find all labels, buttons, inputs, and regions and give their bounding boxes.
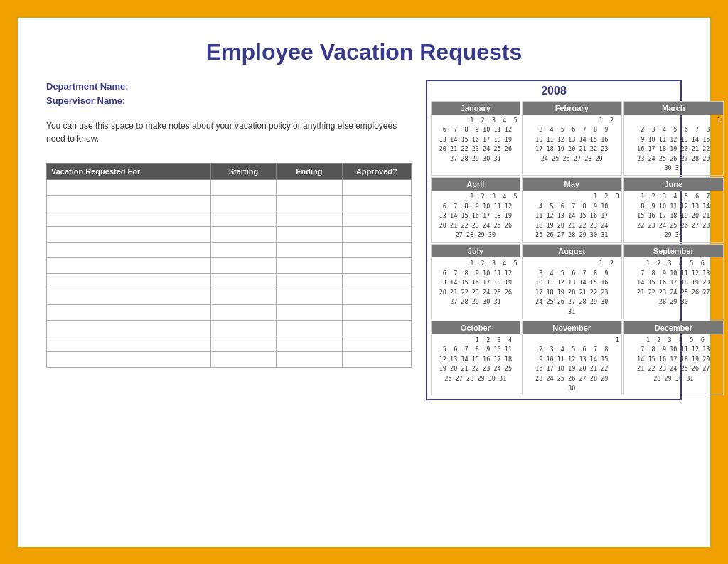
calendar-grid: January 1 2 3 4 5 6 7 8 9 10 11 1213 14 … bbox=[431, 101, 677, 396]
content-area: Department Name: Supervisor Name: You ca… bbox=[46, 80, 682, 401]
month-header: November bbox=[523, 321, 621, 334]
day-row: 1 2 3 4 5 6 bbox=[626, 259, 721, 269]
day-row: 16 17 18 19 20 21 22 bbox=[626, 144, 721, 154]
day-row: 1 2 bbox=[525, 259, 619, 269]
day-row: 6 7 8 9 10 11 12 bbox=[434, 202, 518, 212]
month-block: April 1 2 3 4 5 6 7 8 9 10 11 1213 14 15… bbox=[431, 177, 520, 243]
day-row: 11 12 13 14 15 16 17 bbox=[525, 211, 619, 221]
day-row: 1 2 3 bbox=[525, 192, 619, 202]
day-row: 30 31 bbox=[626, 164, 721, 174]
page-title: Employee Vacation Requests bbox=[46, 39, 682, 65]
month-block: October 1 2 3 4 5 6 7 8 9 10 1112 13 14 … bbox=[431, 321, 520, 396]
day-row: 8 9 10 11 12 13 14 bbox=[626, 202, 721, 212]
month-block: August 1 2 3 4 5 6 7 8 910 11 12 13 14 1… bbox=[522, 244, 622, 319]
day-row: 21 22 23 24 25 26 27 bbox=[626, 288, 721, 298]
day-row: 25 26 27 28 29 30 31 bbox=[525, 230, 619, 240]
day-row: 30 bbox=[525, 384, 619, 394]
month-block: July 1 2 3 4 5 6 7 8 9 10 11 1213 14 15 … bbox=[431, 244, 520, 319]
day-row: 2 3 4 5 6 7 8 bbox=[525, 345, 619, 355]
day-row: 9 10 11 12 13 14 15 bbox=[525, 355, 619, 365]
month-block: May 1 2 3 4 5 6 7 8 9 1011 12 13 14 15 1… bbox=[522, 177, 622, 243]
supervisor-label: Supervisor Name: bbox=[46, 94, 412, 109]
col-header-starting: Starting bbox=[210, 164, 276, 180]
day-row: 14 15 16 17 18 19 20 bbox=[626, 278, 721, 288]
day-row: 9 10 11 12 13 14 15 bbox=[626, 135, 721, 145]
month-days: 1 2 3 4 5 6 7 8 9 10 11 12 1314 15 16 17… bbox=[624, 257, 723, 309]
month-days: 1 2 3 4 5 6 7 8 9 10 11 1213 14 15 16 17… bbox=[432, 115, 520, 166]
month-header: May bbox=[523, 178, 621, 191]
day-row: 20 21 22 23 24 25 26 bbox=[434, 144, 518, 154]
day-row: 13 14 15 16 17 18 19 bbox=[434, 278, 518, 288]
table-row bbox=[47, 305, 412, 321]
table-row bbox=[47, 289, 412, 305]
day-row: 19 20 21 22 23 24 25 bbox=[434, 364, 518, 374]
day-row: 6 7 8 9 10 11 12 bbox=[434, 269, 518, 279]
month-header: July bbox=[432, 245, 520, 257]
month-header: October bbox=[432, 321, 520, 334]
dept-label: Department Name: bbox=[46, 80, 412, 95]
day-row: 15 16 17 18 19 20 21 bbox=[626, 211, 721, 221]
day-row: 7 8 9 10 11 12 13 bbox=[626, 345, 721, 355]
day-row: 28 29 30 bbox=[626, 297, 721, 307]
month-days: 1 2 3 4 5 6 7 8 9 10 11 12 13 1415 16 17… bbox=[624, 191, 723, 242]
day-row: 27 28 29 30 31 bbox=[434, 297, 518, 307]
month-header: June bbox=[624, 178, 723, 191]
day-row: 24 25 26 27 28 29 bbox=[525, 154, 619, 164]
day-row: 1 2 3 4 5 bbox=[434, 259, 518, 269]
day-row: 5 6 7 8 9 10 11 bbox=[434, 345, 518, 355]
month-header: January bbox=[432, 102, 520, 115]
day-row: 3 4 5 6 7 8 9 bbox=[525, 269, 619, 279]
day-row: 23 24 25 26 27 28 29 bbox=[525, 374, 619, 384]
day-row: 1 bbox=[525, 336, 619, 346]
day-row: 1 2 3 4 5 6 7 bbox=[626, 192, 721, 202]
table-row bbox=[47, 258, 412, 274]
day-row: 14 15 16 17 18 19 20 bbox=[626, 355, 721, 365]
table-row bbox=[47, 243, 412, 258]
day-row: 13 14 15 16 17 18 19 bbox=[434, 135, 518, 145]
month-header: February bbox=[523, 102, 621, 115]
policy-text: You can use this space to make notes abo… bbox=[46, 119, 412, 145]
month-days: 1 2 3 4 5 6 7 8 9 10 11 12 13 14 1516 17… bbox=[624, 115, 723, 176]
page: Employee Vacation Requests Department Na… bbox=[16, 16, 712, 549]
month-days: 1 2 3 4 5 6 7 8 9 10 1112 13 14 15 16 17… bbox=[432, 334, 520, 385]
month-block: January 1 2 3 4 5 6 7 8 9 10 11 1213 14 … bbox=[431, 101, 520, 176]
day-row: 1 2 3 4 5 bbox=[434, 116, 518, 126]
month-block: June 1 2 3 4 5 6 7 8 9 10 11 12 13 1415 … bbox=[623, 177, 724, 243]
month-header: April bbox=[432, 178, 520, 191]
month-days: 1 2 3 4 5 6 7 8 9 1011 12 13 14 15 16 17… bbox=[523, 191, 621, 242]
month-days: 1 2 3 4 5 6 7 8 910 11 12 13 14 15 1617 … bbox=[523, 115, 621, 166]
calendar-section: 2008 January 1 2 3 4 5 6 7 8 9 10 11 121… bbox=[426, 80, 682, 401]
day-row: 17 18 19 20 21 22 23 bbox=[525, 144, 619, 154]
day-row: 24 25 26 27 28 29 30 bbox=[525, 297, 619, 307]
day-row: 1 bbox=[626, 116, 721, 126]
day-row: 4 5 6 7 8 9 10 bbox=[525, 202, 619, 212]
day-row: 28 29 30 31 bbox=[626, 374, 721, 384]
left-section: Department Name: Supervisor Name: You ca… bbox=[46, 80, 412, 401]
day-row: 7 8 9 10 11 12 13 bbox=[626, 269, 721, 279]
day-row: 27 28 29 30 31 bbox=[434, 154, 518, 164]
col-header-vacation: Vacation Requested For bbox=[47, 164, 211, 180]
table-row bbox=[47, 352, 412, 368]
day-row: 20 21 22 23 24 25 26 bbox=[434, 221, 518, 231]
month-block: February 1 2 3 4 5 6 7 8 910 11 12 13 14… bbox=[522, 101, 622, 176]
day-row: 3 4 5 6 7 8 9 bbox=[525, 125, 619, 135]
table-row bbox=[47, 211, 412, 227]
month-header: March bbox=[624, 102, 723, 115]
col-header-ending: Ending bbox=[277, 164, 342, 180]
day-row: 10 11 12 13 14 15 16 bbox=[525, 278, 619, 288]
vacation-table: Vacation Requested For Starting Ending A… bbox=[46, 163, 412, 368]
day-row: 10 11 12 13 14 15 16 bbox=[525, 135, 619, 145]
day-row: 18 19 20 21 22 23 24 bbox=[525, 221, 619, 231]
day-row: 29 30 bbox=[626, 230, 721, 240]
day-row: 17 18 19 20 21 22 23 bbox=[525, 288, 619, 298]
day-row: 27 28 29 30 bbox=[434, 230, 518, 240]
day-row: 16 17 18 19 20 21 22 bbox=[525, 364, 619, 374]
day-row: 1 2 bbox=[525, 116, 619, 126]
day-row: 1 2 3 4 bbox=[434, 336, 518, 346]
day-row: 21 22 23 24 25 26 27 bbox=[626, 364, 721, 374]
table-row bbox=[47, 274, 412, 289]
month-days: 1 2 3 4 5 6 7 8 9 10 11 1213 14 15 16 17… bbox=[432, 191, 520, 242]
calendar-year: 2008 bbox=[431, 85, 677, 97]
month-days: 1 2 3 4 5 6 7 8 9 10 11 1213 14 15 16 17… bbox=[432, 257, 520, 309]
day-row: 1 2 3 4 5 bbox=[434, 192, 518, 202]
